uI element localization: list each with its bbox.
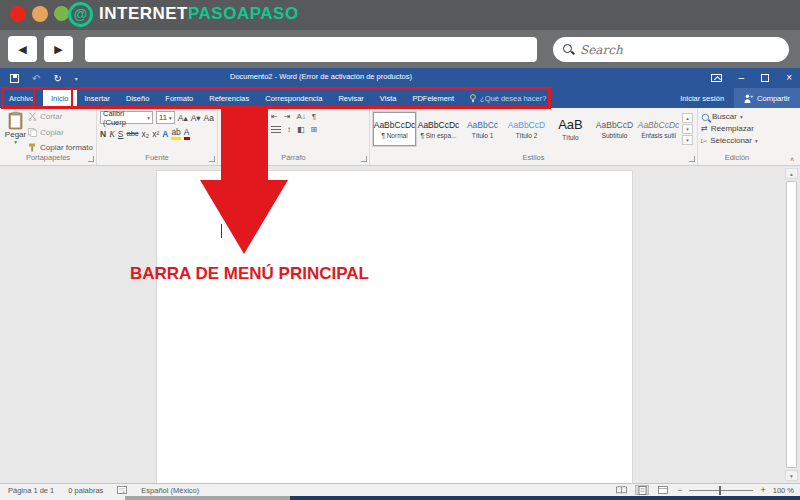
copy-button[interactable]: Copiar	[28, 128, 93, 137]
style-enfasis-sutil[interactable]: AaBbCcDcÉnfasis sutil	[637, 112, 680, 146]
line-spacing-icon[interactable]: ↕	[287, 125, 291, 134]
style-sin-espaciado[interactable]: AaBbCcDc¶ Sin espa...	[417, 112, 460, 146]
style-sample: AaB	[558, 117, 583, 132]
select-button[interactable]: ▻ Seleccionar ▾	[701, 136, 773, 145]
scroll-up-icon[interactable]: ▴	[785, 168, 798, 179]
style-titulo-2[interactable]: AaBbCcDTítulo 2	[505, 112, 548, 146]
ribbon-display-options-icon[interactable]	[711, 74, 722, 82]
print-layout-icon[interactable]	[635, 485, 649, 495]
word-count-status[interactable]: 0 palabras	[68, 486, 103, 495]
change-case-button[interactable]: Aa	[204, 113, 214, 123]
tab-revisar[interactable]: Revisar	[330, 88, 371, 108]
replace-icon: ⇄	[701, 124, 708, 133]
paste-button[interactable]: Pegar ▾	[3, 111, 28, 153]
clipboard-dialog-launcher-icon[interactable]	[88, 156, 94, 162]
tab-inicio[interactable]: Inicio	[43, 88, 77, 108]
bold-button[interactable]: N	[100, 129, 106, 139]
bottom-edge-strip	[0, 496, 800, 500]
zoom-slider-thumb[interactable]	[719, 486, 721, 495]
tab-correspondencia[interactable]: Correspondencia	[257, 88, 330, 108]
share-button[interactable]: Compartir	[734, 88, 800, 108]
show-paragraph-marks-icon[interactable]: ¶	[312, 112, 316, 121]
sign-in-button[interactable]: Iniciar sesión	[670, 88, 734, 108]
style-subtitulo[interactable]: AaBbCcDSubtítulo	[593, 112, 636, 146]
window-dot-red[interactable]	[10, 6, 26, 22]
justify-icon[interactable]	[271, 126, 281, 134]
highlight-button[interactable]: ab	[171, 127, 180, 140]
font-size-combo[interactable]: 11▾	[156, 111, 175, 124]
save-icon[interactable]	[10, 74, 19, 83]
underline-button[interactable]: S	[118, 129, 124, 139]
style-name: Subtítulo	[602, 132, 628, 139]
tab-archivo[interactable]: Archivo	[0, 88, 43, 108]
find-button[interactable]: Buscar ▾	[701, 112, 773, 121]
undo-icon[interactable]: ↶	[32, 73, 40, 84]
tab-referencias[interactable]: Referencias	[201, 88, 257, 108]
tab-insertar[interactable]: Insertar	[77, 88, 118, 108]
font-dialog-launcher-icon[interactable]	[209, 156, 215, 162]
read-mode-icon[interactable]	[614, 485, 628, 495]
tell-me-box[interactable]: ¿Qué desea hacer?	[462, 88, 554, 108]
back-button[interactable]: ◀	[8, 36, 37, 62]
increase-indent-icon[interactable]: ⇥	[284, 112, 291, 121]
window-dot-green[interactable]	[54, 6, 69, 21]
styles-scroll-up-icon[interactable]: ▴	[682, 113, 693, 123]
scrollbar-thumb[interactable]	[786, 181, 797, 468]
styles-scroll-down-icon[interactable]: ▾	[682, 124, 693, 134]
close-icon[interactable]: ×	[786, 73, 792, 83]
tab-diseno[interactable]: Diseño	[118, 88, 157, 108]
subscript-button[interactable]: x₂	[142, 129, 150, 139]
window-dot-orange[interactable]	[32, 6, 48, 22]
zoom-in-icon[interactable]: +	[760, 486, 765, 494]
style-name: ¶ Sin espa...	[420, 132, 456, 139]
italic-button[interactable]: K	[109, 129, 115, 139]
replace-button[interactable]: ⇄ Reemplazar	[701, 124, 773, 133]
style-normal[interactable]: AaBbCcDc¶ Normal	[373, 112, 416, 146]
forward-button[interactable]: ▶	[44, 36, 73, 62]
address-bar[interactable]	[85, 37, 537, 62]
text-effects-button[interactable]: A	[162, 129, 168, 139]
shading-icon[interactable]: ◧	[297, 125, 305, 134]
zoom-out-icon[interactable]: −	[677, 486, 682, 494]
tab-vista[interactable]: Vista	[372, 88, 405, 108]
search-box[interactable]	[553, 37, 789, 62]
vertical-scrollbar: ▴ ▾	[785, 168, 798, 481]
style-sample: AaBbCcDc	[638, 120, 680, 130]
zoom-slider[interactable]	[689, 490, 753, 491]
grow-font-button[interactable]: A▴	[178, 113, 188, 123]
styles-dialog-launcher-icon[interactable]	[689, 156, 695, 162]
tab-pdfelement[interactable]: PDFelement	[404, 88, 462, 108]
select-dropdown-icon: ▾	[755, 138, 758, 144]
paragraph-dialog-launcher-icon[interactable]	[361, 156, 367, 162]
font-size-value: 11	[159, 113, 167, 122]
web-layout-icon[interactable]	[656, 485, 670, 495]
sort-icon[interactable]: A↓	[296, 112, 305, 121]
tab-formato[interactable]: Formato	[157, 88, 201, 108]
format-painter-button[interactable]: Copiar formato	[28, 143, 93, 152]
strikethrough-button[interactable]: abc	[126, 129, 138, 138]
redo-icon[interactable]: ↻	[53, 73, 61, 84]
zoom-level[interactable]: 100 %	[773, 486, 794, 495]
style-name: ¶ Normal	[381, 132, 407, 139]
search-input[interactable]	[580, 43, 779, 57]
borders-icon[interactable]: ⊞	[311, 125, 318, 134]
cut-button[interactable]: Cortar	[28, 112, 93, 121]
font-color-button[interactable]: A	[184, 127, 190, 140]
decrease-indent-icon[interactable]: ⇤	[271, 112, 278, 121]
restore-icon[interactable]	[761, 74, 769, 82]
font-family-combo[interactable]: Calibri (Cuerp▾	[100, 111, 153, 124]
horizontal-scrollbar-thumb[interactable]	[125, 496, 290, 500]
language-status[interactable]: Español (México)	[141, 486, 199, 495]
minimize-icon[interactable]: –	[739, 73, 745, 83]
style-sample: AaBbCcD	[596, 120, 633, 130]
scroll-down-icon[interactable]: ▾	[785, 470, 798, 481]
styles-gallery-more-icon[interactable]: ▾	[682, 135, 693, 145]
shrink-font-button[interactable]: A▾	[191, 113, 201, 123]
proofing-status-icon[interactable]	[117, 486, 127, 495]
style-titulo[interactable]: AaBTítulo	[549, 112, 592, 146]
page-count-status[interactable]: Página 1 de 1	[8, 486, 54, 495]
collapse-ribbon-icon[interactable]: ˄	[790, 156, 794, 163]
qat-customize-icon[interactable]: ▾	[75, 75, 78, 82]
style-titulo-1[interactable]: AaBbCcTítulo 1	[461, 112, 504, 146]
superscript-button[interactable]: x²	[152, 129, 159, 139]
